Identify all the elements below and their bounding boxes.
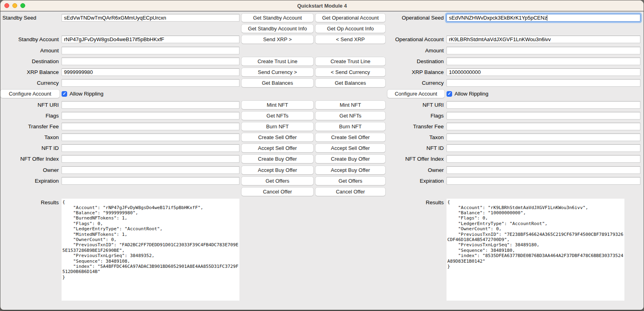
operational-xrp-balance-input[interactable] [447,68,640,76]
get-operational-account-button[interactable]: Get Operational Account [315,14,385,22]
operational-nft-id-label: NFT ID [387,144,445,152]
create-trust-line-standby-button[interactable]: Create Trust Line [241,57,313,66]
get-op-account-info-button[interactable]: Get Op Account Info [315,24,385,33]
get-balances-operational-button[interactable]: Get Balances [315,79,385,87]
send-currency-to-operational-button[interactable]: Send Currency > [241,68,313,76]
send-currency-to-standby-button[interactable]: < Send Currency [315,68,385,76]
operational-seed-input[interactable]: sEdVNNZHWvDxpck3EkBKrK1Yp5pCENz [447,14,640,22]
standby-owner-input[interactable] [62,166,239,174]
operational-flags-input[interactable] [447,112,640,120]
operational-account-label: Operational Account [387,36,445,43]
create-buy-offer-standby-button[interactable]: Create Buy Offer [241,155,313,163]
standby-nft-uri-input[interactable] [62,101,239,109]
operational-amount-label: Amount [387,47,445,54]
send-xrp-to-operational-button[interactable]: Send XRP > [241,35,313,44]
operational-seed-value: sEdVNNZHWvDxpck3EkBKrK1Yp5pCENz [449,15,547,21]
configure-standby-account-button[interactable]: Configure Account [0,90,60,98]
standby-nft-id-label: NFT ID [0,144,60,152]
standby-nft-offer-index-label: NFT Offer Index [0,155,60,163]
window-title: Quickstart Module 4 [0,3,644,9]
checkmark-icon: ✓ [62,91,66,96]
accept-buy-offer-standby-button[interactable]: Accept Buy Offer [241,166,313,174]
standby-nft-uri-label: NFT URI [0,101,60,109]
standby-xrp-balance-input[interactable] [62,68,239,76]
checkmark-icon: ✓ [447,91,451,96]
get-standby-account-info-button[interactable]: Get Standby Account Info [241,24,313,33]
standby-transfer-fee-input[interactable] [62,123,239,130]
operational-allow-rippling: ✓ Allow Rippling [447,90,640,98]
operational-nft-uri-label: NFT URI [387,101,445,109]
operational-destination-label: Destination [387,58,445,65]
mint-nft-standby-button[interactable]: Mint NFT [241,101,313,109]
standby-seed-label: Standby Seed [0,14,60,22]
operational-taxon-input[interactable] [447,134,640,141]
operational-nft-id-input[interactable] [447,144,640,152]
send-xrp-to-standby-button[interactable]: < Send XRP [315,35,385,44]
standby-results-label: Results [0,199,60,206]
create-trust-line-operational-button[interactable]: Create Trust Line [315,57,385,66]
operational-nft-offer-index-input[interactable] [447,155,640,163]
configure-operational-account-button[interactable]: Configure Account [387,90,445,98]
standby-account-input[interactable] [62,36,239,43]
operational-taxon-label: Taxon [387,134,445,141]
create-buy-offer-operational-button[interactable]: Create Buy Offer [315,155,385,163]
burn-nft-operational-button[interactable]: Burn NFT [315,122,385,131]
standby-amount-input[interactable] [62,47,239,54]
standby-allow-rippling-checkbox[interactable]: ✓ [62,91,67,97]
operational-allow-rippling-label: Allow Rippling [455,91,488,97]
operational-results-textarea[interactable]: { "Account": "rK9LBRhStdmtAaVdJXGVF1LnKW… [447,199,624,301]
standby-expiration-label: Expiration [0,177,60,185]
operational-expiration-input[interactable] [447,177,640,185]
get-offers-standby-button[interactable]: Get Offers [241,177,313,185]
standby-expiration-input[interactable] [62,177,239,185]
operational-amount-input[interactable] [447,47,640,54]
operational-seed-label: Operational Seed [387,14,445,22]
standby-nft-id-input[interactable] [62,144,239,152]
accept-sell-offer-standby-button[interactable]: Accept Sell Offer [241,144,313,152]
operational-owner-input[interactable] [447,166,640,174]
get-offers-operational-button[interactable]: Get Offers [315,177,385,185]
accept-sell-offer-operational-button[interactable]: Accept Sell Offer [315,144,385,152]
get-nfts-operational-button[interactable]: Get NFTs [315,112,385,120]
standby-allow-rippling: ✓ Allow Rippling [62,90,239,98]
standby-owner-label: Owner [0,166,60,174]
standby-taxon-input[interactable] [62,134,239,141]
operational-currency-label: Currency [387,79,445,87]
operational-destination-input[interactable] [447,58,640,65]
operational-xrp-balance-label: XRP Balance [387,68,445,76]
cancel-offer-standby-button[interactable]: Cancel Offer [241,187,313,196]
app-window: Quickstart Module 4 Standby Seed Get Sta… [0,0,644,310]
title-bar: Quickstart Module 4 [0,0,644,12]
create-sell-offer-standby-button[interactable]: Create Sell Offer [241,133,313,142]
get-balances-standby-button[interactable]: Get Balances [241,79,313,87]
standby-currency-input[interactable] [62,79,239,87]
standby-destination-input[interactable] [62,58,239,65]
standby-xrp-balance-label: XRP Balance [0,68,60,76]
operational-results-label: Results [387,199,445,206]
operational-nft-offer-index-label: NFT Offer Index [387,155,445,163]
operational-flags-label: Flags [387,112,445,120]
standby-taxon-label: Taxon [0,134,60,141]
operational-expiration-label: Expiration [387,177,445,185]
cancel-offer-operational-button[interactable]: Cancel Offer [315,187,385,196]
standby-results-textarea[interactable]: { "Account": "rNP47gJFvDyW8gsDo4weB17if5… [62,199,239,301]
standby-currency-label: Currency [0,79,60,87]
standby-flags-input[interactable] [62,112,239,120]
operational-allow-rippling-checkbox[interactable]: ✓ [447,91,452,97]
standby-account-label: Standby Account [0,36,60,43]
standby-destination-label: Destination [0,58,60,65]
burn-nft-standby-button[interactable]: Burn NFT [241,122,313,131]
standby-seed-input[interactable] [62,14,239,22]
standby-nft-offer-index-input[interactable] [62,155,239,163]
mint-nft-operational-button[interactable]: Mint NFT [315,101,385,109]
get-standby-account-button[interactable]: Get Standby Account [241,14,313,22]
operational-nft-uri-input[interactable] [447,101,640,109]
create-sell-offer-operational-button[interactable]: Create Sell Offer [315,133,385,142]
get-nfts-standby-button[interactable]: Get NFTs [241,112,313,120]
accept-buy-offer-operational-button[interactable]: Accept Buy Offer [315,166,385,174]
operational-transfer-fee-input[interactable] [447,123,640,130]
operational-currency-input[interactable] [447,79,640,87]
operational-transfer-fee-label: Transfer Fee [387,123,445,130]
standby-amount-label: Amount [0,47,60,54]
operational-account-input[interactable] [447,36,640,43]
